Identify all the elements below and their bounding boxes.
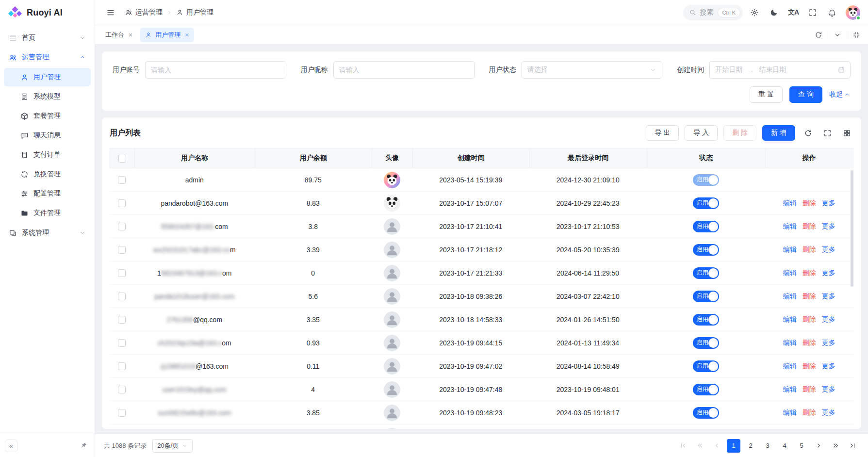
- row-checkbox[interactable]: [118, 409, 126, 417]
- add-button[interactable]: 新 增: [762, 125, 795, 141]
- user-avatar-button[interactable]: [846, 5, 860, 20]
- sidebar-collapse-button[interactable]: «: [5, 440, 17, 452]
- delete-link[interactable]: 删除: [802, 269, 816, 277]
- row-checkbox[interactable]: [118, 293, 126, 300]
- status-toggle[interactable]: 启用: [693, 384, 719, 395]
- delete-link[interactable]: 删除: [802, 362, 816, 370]
- theme-toggle-button[interactable]: [766, 5, 782, 20]
- tab-close-icon[interactable]: ×: [129, 32, 132, 38]
- edit-link[interactable]: 编辑: [783, 408, 797, 416]
- last-page-button[interactable]: [846, 439, 859, 453]
- sidebar-item-config[interactable]: 配置管理: [4, 184, 91, 203]
- page-button-3[interactable]: 3: [761, 439, 774, 453]
- row-checkbox[interactable]: [118, 269, 126, 277]
- prev-page-button[interactable]: [710, 439, 723, 453]
- sidebar-group-home[interactable]: 首页: [4, 28, 91, 48]
- settings-button[interactable]: [747, 5, 762, 20]
- delete-link[interactable]: 删除: [802, 199, 816, 207]
- page-button-2[interactable]: 2: [744, 439, 757, 453]
- tab-close-icon[interactable]: ×: [185, 32, 189, 38]
- page-button-1[interactable]: 1: [727, 439, 740, 453]
- global-search[interactable]: 搜索 Ctrl K: [683, 5, 743, 20]
- more-link[interactable]: 更多: [822, 269, 835, 277]
- more-link[interactable]: 更多: [822, 292, 835, 300]
- status-toggle[interactable]: 启用: [693, 314, 719, 326]
- status-toggle[interactable]: 启用: [693, 197, 719, 209]
- collapse-filter-link[interactable]: 收起: [829, 90, 851, 99]
- notifications-button[interactable]: [824, 5, 840, 20]
- row-checkbox[interactable]: [118, 223, 126, 230]
- row-checkbox[interactable]: [118, 386, 126, 393]
- delete-link[interactable]: 删除: [802, 408, 816, 416]
- edit-link[interactable]: 编辑: [783, 385, 797, 393]
- more-link[interactable]: 更多: [822, 339, 835, 346]
- tabs-menu-button[interactable]: [831, 28, 844, 42]
- more-link[interactable]: 更多: [822, 199, 835, 207]
- status-toggle[interactable]: 启用: [693, 174, 719, 186]
- fullscreen-button[interactable]: [805, 5, 820, 20]
- row-checkbox[interactable]: [118, 362, 126, 370]
- edit-link[interactable]: 编辑: [783, 269, 797, 277]
- table-scrollbar[interactable]: [851, 170, 853, 287]
- jump-forward-button[interactable]: [829, 439, 842, 453]
- delete-button[interactable]: 删 除: [723, 125, 756, 141]
- jump-back-button[interactable]: [693, 439, 706, 453]
- more-link[interactable]: 更多: [822, 362, 835, 370]
- breadcrumb-item-operations[interactable]: 运营管理: [125, 8, 163, 17]
- delete-link[interactable]: 删除: [802, 385, 816, 393]
- more-link[interactable]: 更多: [822, 408, 835, 416]
- breadcrumb-item-user-management[interactable]: 用户管理: [176, 8, 213, 17]
- more-link[interactable]: 更多: [822, 385, 835, 393]
- user-status-select[interactable]: 请选择: [522, 61, 663, 79]
- export-button[interactable]: 导 出: [646, 125, 679, 141]
- edit-link[interactable]: 编辑: [783, 339, 797, 346]
- edit-link[interactable]: 编辑: [783, 245, 797, 253]
- status-toggle[interactable]: 启用: [693, 337, 719, 349]
- app-logo[interactable]: Ruoyi AI: [0, 0, 95, 25]
- page-button-4[interactable]: 4: [778, 439, 791, 453]
- tab-user-management[interactable]: 用户管理×: [140, 28, 194, 42]
- more-link[interactable]: 更多: [822, 245, 835, 253]
- sidebar-item-payment-orders[interactable]: 支付订单: [4, 146, 91, 164]
- sidebar-item-exchange[interactable]: 兑换管理: [4, 165, 91, 183]
- sidebar-item-chat-messages[interactable]: 聊天消息: [4, 126, 91, 145]
- row-checkbox[interactable]: [118, 316, 126, 324]
- edit-link[interactable]: 编辑: [783, 292, 797, 300]
- tab-workbench[interactable]: 工作台×: [100, 28, 138, 42]
- delete-link[interactable]: 删除: [802, 339, 816, 346]
- tabs-refresh-button[interactable]: [812, 28, 825, 42]
- status-toggle[interactable]: 启用: [693, 221, 719, 232]
- hamburger-button[interactable]: [103, 5, 118, 20]
- reset-button[interactable]: 重 置: [750, 86, 783, 103]
- status-toggle[interactable]: 启用: [693, 291, 719, 302]
- row-checkbox[interactable]: [118, 339, 126, 347]
- sidebar-group-system[interactable]: 系统管理: [4, 223, 91, 243]
- delete-link[interactable]: 删除: [802, 245, 816, 253]
- row-checkbox[interactable]: [118, 199, 126, 207]
- select-all-checkbox[interactable]: [118, 155, 126, 163]
- sidebar-item-users[interactable]: 用户管理: [4, 68, 91, 86]
- table-refresh-button[interactable]: [801, 126, 815, 140]
- status-toggle[interactable]: 启用: [693, 360, 719, 372]
- create-time-daterange[interactable]: 开始日期→结束日期: [709, 61, 851, 79]
- delete-link[interactable]: 删除: [802, 222, 816, 230]
- table-fullscreen-button[interactable]: [820, 126, 834, 140]
- sidebar-item-packages[interactable]: 套餐管理: [4, 107, 91, 125]
- more-link[interactable]: 更多: [822, 222, 835, 230]
- delete-link[interactable]: 删除: [802, 315, 816, 323]
- content-fullscreen-button[interactable]: [850, 28, 863, 42]
- page-button-5[interactable]: 5: [795, 439, 808, 453]
- row-checkbox[interactable]: [118, 176, 126, 184]
- status-toggle[interactable]: 启用: [693, 244, 719, 256]
- status-toggle[interactable]: 启用: [693, 407, 719, 419]
- status-toggle[interactable]: 启用: [693, 267, 719, 279]
- sidebar-group-operations[interactable]: 运营管理: [4, 48, 91, 67]
- user-account-input[interactable]: [145, 61, 286, 79]
- edit-link[interactable]: 编辑: [783, 199, 797, 207]
- column-settings-button[interactable]: [840, 126, 853, 140]
- delete-link[interactable]: 删除: [802, 292, 816, 300]
- first-page-button[interactable]: [676, 439, 689, 453]
- language-button[interactable]: 文A: [786, 5, 801, 20]
- sidebar-item-models[interactable]: 系统模型: [4, 87, 91, 106]
- edit-link[interactable]: 编辑: [783, 315, 797, 323]
